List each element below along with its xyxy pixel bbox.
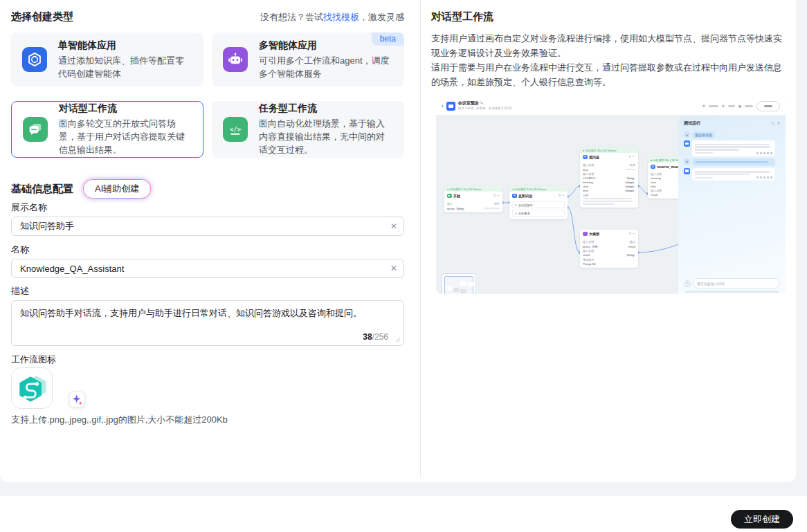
name-field-wrap: ✕ [11, 259, 404, 278]
char-max: /256 [372, 332, 388, 342]
left-column: 选择创建类型 没有想法？尝试找找模板，激发灵感 单智能体应用 通过添加知识库、插… [11, 0, 404, 482]
node-menu-icon: ⚙ ⋯ [628, 232, 635, 235]
node-status: ● 运行成功 28s | 30 Tokens [580, 147, 638, 153]
chat-message-assistant [678, 138, 786, 156]
edit-icon: ✎ [480, 101, 483, 105]
chat-input-row: ⌃ 请在此处输入对话 [684, 278, 780, 288]
debug-panel-title: 调试运行 [684, 120, 700, 127]
card-task-workflow[interactable]: </> 任务型工作流 面向自动化处理场景，基于输入内容直接输出结果，无中间的对话… [212, 101, 404, 158]
name-input[interactable] [11, 259, 404, 278]
timestamp [695, 152, 713, 154]
description-line-1: 支持用户通过画布自定义对业务流程进行编排，使用如大模型节点、提问器节点等快速实现… [431, 31, 786, 60]
ai-assist-create-button[interactable]: AI辅助创建 [83, 179, 151, 199]
assistant-avatar [684, 140, 690, 147]
name-label: 名称 [11, 244, 29, 256]
text-line [695, 144, 770, 145]
preview-workflow-title: 会议室预定 ✎ [458, 101, 512, 107]
text-line [709, 105, 718, 107]
user-avatar: ● [684, 158, 690, 165]
start-node-icon: ▶ [447, 194, 452, 199]
node-status: ● 运行成功 2.6s | 30 Tokens [444, 186, 502, 192]
node-intent: ● 运行成功 2.8s | 30 Tokens ⌘意图识别⚙ ⋯ 1. 会议室预… [509, 186, 568, 219]
chat-input: 请在此处输入对话 [693, 278, 780, 288]
section-title-basic-info: 基础信息配置 [11, 183, 73, 196]
message-action-icons [756, 176, 772, 178]
display-name-input[interactable] [11, 217, 404, 236]
resize-grip-icon[interactable] [395, 336, 401, 342]
char-counter: 38/256 [363, 332, 388, 342]
settings-icon: ⚙ [702, 104, 705, 108]
message-action-icons [756, 152, 772, 154]
text-line [695, 146, 770, 147]
text-line [583, 201, 633, 202]
node-start: ● 运行成功 2.6s | 30 Tokens ▶开始⚙ ⋯ 输入描述 quer… [444, 186, 502, 212]
debug-run-panel: 调试运行 ⍉✕ ● 预定会议室 [678, 116, 786, 294]
text-line [728, 105, 735, 107]
chat-message-assistant [678, 166, 786, 181]
card-chat-workflow[interactable]: 对话型工作流 面向多轮交互的开放式问答场景，基于用户对话内容提取关键信息输出结果… [11, 101, 203, 158]
card-desc: 可引用多个工作流和agent，调度多个智能体服务 [259, 54, 393, 80]
template-hint: 没有想法？尝试找找模板，激发灵感 [260, 11, 404, 24]
preview-panel-description: 支持用户通过画布自定义对业务流程进行编排，使用如大模型节点、提问器节点等快速实现… [431, 31, 786, 89]
column-divider [420, 0, 421, 477]
api-node-icon: ≋ [651, 165, 655, 169]
user-bubble: 预定会议室 [692, 131, 715, 138]
description-line-2: 适用于需要与用户在业务流程中进行交互，通过问答提取参数或在过程中向用户发送信息的… [431, 60, 786, 89]
display-name-field-wrap: ✕ [11, 217, 404, 236]
text-line [695, 149, 739, 150]
workflow-preview-image: ‹ 会议室预定 ✎ 对话工作流 · 未发布 · 自动保存于15:41 ⚙ ⧉ ◉ [436, 97, 786, 294]
description-label: 描述 [11, 285, 29, 297]
preview-canvas: ● 运行成功 2.6s | 30 Tokens ▶开始⚙ ⋯ 输入描述 quer… [436, 116, 786, 294]
workflow-hexagon-icon [12, 369, 51, 407]
text-line [626, 169, 635, 170]
text-line [745, 105, 753, 107]
copy-icon: ⧉ [722, 104, 725, 109]
preview-workflow-subtitle: 对话工作流 · 未发布 · 自动保存于15:41 [458, 107, 512, 111]
sparkle-icon [71, 393, 84, 406]
card-title: 对话型工作流 [59, 102, 192, 115]
node-status: ● 运行成功 2.8s | 30 Tokens [509, 186, 568, 192]
clear-display-name-icon[interactable]: ✕ [390, 222, 397, 230]
chat-workflow-icon [23, 117, 48, 142]
preview-titlebar: ‹ 会议室预定 ✎ 对话工作流 · 未发布 · 自动保存于15:41 ⚙ ⧉ ◉ [436, 97, 786, 116]
find-template-link[interactable]: 找找模板 [323, 12, 359, 22]
node-questioner: ● 运行成功 28s | 30 Tokens ✉提问器⚙ ⋯ 输入参数取值 ho… [580, 147, 638, 208]
assistant-bubble [692, 140, 775, 156]
description-field-wrap: 知识问答助手对话流，支持用户与助手进行日常对话、知识问答游戏以及咨询和提问。 3… [11, 300, 404, 346]
clear-name-icon[interactable]: ✕ [390, 264, 397, 273]
text-line [484, 208, 500, 209]
node-menu-icon: ⚙ ⋯ [558, 194, 565, 197]
node-menu-icon: ⚙ ⋯ [628, 155, 635, 158]
text-line [695, 171, 770, 172]
beta-badge: beta [372, 33, 404, 46]
user-avatar: ● [684, 131, 690, 138]
card-desc: 通过添加知识库、插件等配置零代码创建智能体 [58, 54, 192, 80]
intent-item: 2. 其他事项 [512, 210, 565, 217]
user-bubble [692, 158, 775, 166]
card-title: 任务型工作流 [259, 102, 393, 115]
minimap [442, 273, 476, 294]
card-single-agent-app[interactable]: 单智能体应用 通过添加知识库、插件等配置零代码创建智能体 [11, 33, 203, 86]
multi-agent-icon [223, 47, 248, 72]
display-name-label: 展示名称 [11, 201, 47, 214]
chat-message-user: ● [678, 156, 786, 166]
card-multi-agent-app[interactable]: beta 多智能体应用 可引用多个工作流和agent，调度多个智能体服务 [212, 33, 404, 86]
intent-item: 1. 会议室预定 [512, 201, 565, 208]
assistant-bubble [692, 168, 775, 181]
workflow-icon-upload[interactable] [11, 367, 53, 409]
chat-message-user: ● 预定会议室 [678, 129, 786, 138]
create-now-button[interactable]: 立即创建 [731, 510, 793, 529]
card-desc: 面向多轮交互的开放式问答场景，基于用户对话内容提取关键信息输出结果。 [59, 117, 192, 156]
upload-icon: ⌃ [684, 280, 691, 287]
back-chevron-icon: ‹ [442, 103, 444, 109]
ai-generate-icon-button[interactable] [69, 392, 85, 407]
preview-app-icon [446, 102, 455, 111]
trash-icon: ⍉ [772, 121, 774, 126]
workflow-icon-label: 工作流图标 [11, 354, 56, 366]
task-workflow-icon: </> [223, 117, 248, 142]
questioner-node-icon: ✉ [583, 155, 588, 160]
description-textarea[interactable]: 知识问答助手对话流，支持用户与助手进行日常对话、知识问答游戏以及咨询和提问。 [12, 301, 404, 345]
create-app-page: 选择创建类型 没有想法？尝试找找模板，激发灵感 单智能体应用 通过添加知识库、插… [0, 0, 807, 532]
single-agent-icon [22, 47, 47, 72]
footer-bar: 立即创建 [0, 496, 807, 532]
